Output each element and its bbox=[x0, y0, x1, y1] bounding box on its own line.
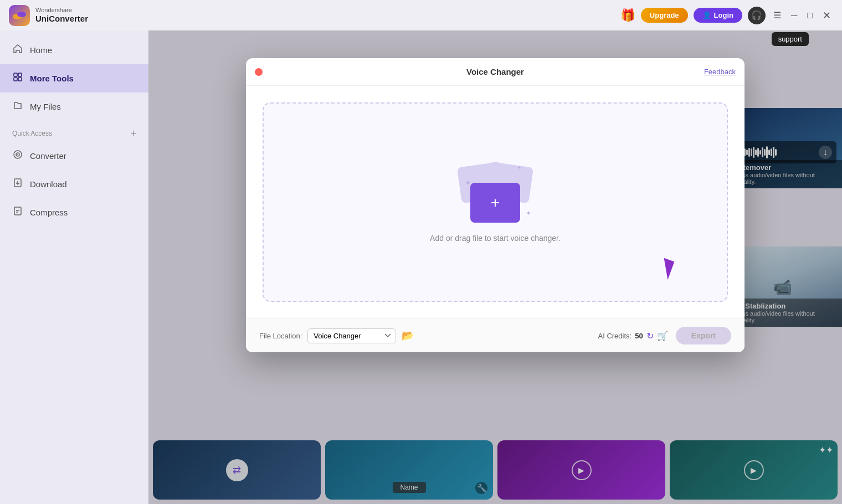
app-logo-icon bbox=[9, 5, 30, 26]
sidebar-item-more-tools[interactable]: More Tools bbox=[0, 64, 148, 92]
svg-rect-5 bbox=[18, 78, 22, 81]
titlebar: Wondershare UniConverter 🎁 Upgrade 👤 Log… bbox=[0, 0, 842, 30]
export-button: Export bbox=[676, 327, 731, 344]
support-tooltip: support bbox=[772, 32, 809, 46]
dialog-footer: File Location: Voice Changer 📂 AI Credit… bbox=[246, 318, 745, 352]
svg-point-8 bbox=[17, 154, 18, 155]
drop-zone-text: Add or drag file to start voice changer. bbox=[430, 234, 561, 243]
voice-changer-dialog: Voice Changer Feedback + ✦ ✦ ✦ bbox=[246, 58, 745, 352]
gift-icon[interactable]: 🎁 bbox=[620, 8, 635, 23]
folder-open-button[interactable]: 📂 bbox=[402, 330, 414, 342]
upgrade-button[interactable]: Upgrade bbox=[641, 8, 688, 23]
brand-name: Wondershare bbox=[35, 7, 88, 14]
minimize-button[interactable]: ─ bbox=[789, 8, 799, 23]
sparkle-icon-4: · bbox=[460, 192, 462, 198]
logo-area: Wondershare UniConverter bbox=[9, 5, 88, 26]
svg-rect-10 bbox=[14, 207, 21, 215]
sparkle-icon-3: ✦ bbox=[526, 209, 531, 217]
dialog-title: Voice Changer bbox=[466, 67, 524, 76]
file-location-area: File Location: Voice Changer 📂 bbox=[259, 328, 414, 343]
dialog-feedback-link[interactable]: Feedback bbox=[704, 68, 736, 76]
sparkle-icon-1: ✦ bbox=[465, 178, 471, 187]
drop-zone[interactable]: + ✦ ✦ ✦ · Add or drag file to start voic… bbox=[263, 102, 728, 302]
svg-rect-2 bbox=[14, 73, 17, 76]
sidebar-item-download-label: Download bbox=[30, 179, 67, 189]
titlebar-actions: 🎁 Upgrade 👤 Login 🎧 support ☰ ─ □ ✕ bbox=[620, 7, 833, 24]
ai-credits-value: 50 bbox=[635, 332, 643, 340]
dialog-header: Voice Changer Feedback bbox=[246, 58, 745, 86]
dialog-overlay: Voice Changer Feedback + ✦ ✦ ✦ bbox=[148, 30, 842, 504]
refresh-credits-icon[interactable]: ↻ bbox=[646, 331, 654, 341]
svg-rect-4 bbox=[14, 78, 17, 81]
converter-icon bbox=[12, 149, 23, 163]
dialog-close-button[interactable] bbox=[255, 68, 263, 76]
menu-button[interactable]: ☰ bbox=[771, 8, 783, 23]
maximize-button[interactable]: □ bbox=[805, 8, 815, 23]
sidebar-item-my-files[interactable]: My Files bbox=[0, 92, 148, 121]
login-button[interactable]: 👤 Login bbox=[694, 8, 742, 23]
sidebar-item-home-label: Home bbox=[30, 45, 52, 55]
folder-plus-icon: + bbox=[491, 194, 500, 212]
folder-main-icon: + bbox=[470, 183, 520, 223]
svg-rect-3 bbox=[18, 73, 22, 76]
login-label: Login bbox=[714, 11, 733, 19]
sidebar-item-converter-label: Converter bbox=[30, 151, 66, 161]
user-icon: 👤 bbox=[702, 11, 711, 19]
main-content: ↓ ise Remover mpress audio/video files w… bbox=[148, 30, 842, 504]
svg-point-1 bbox=[17, 12, 26, 17]
cursor-arrow-icon bbox=[658, 258, 675, 280]
folder-icon-cluster: + ✦ ✦ ✦ · bbox=[459, 162, 531, 223]
sidebar-item-home[interactable]: Home bbox=[0, 36, 148, 64]
cart-icon[interactable]: 🛒 bbox=[657, 331, 668, 341]
sidebar-item-my-files-label: My Files bbox=[30, 102, 61, 111]
sidebar: Home More Tools My Files Quick Access + bbox=[0, 30, 148, 504]
file-location-select[interactable]: Voice Changer bbox=[307, 328, 396, 343]
file-location-label: File Location: bbox=[259, 332, 302, 340]
sidebar-item-compress-label: Compress bbox=[30, 208, 68, 217]
download-icon bbox=[12, 177, 23, 191]
my-files-icon bbox=[12, 100, 23, 114]
footer-right-area: AI Credits: 50 ↻ 🛒 Export bbox=[598, 327, 732, 344]
ai-credits-label: AI Credits: bbox=[598, 332, 632, 340]
quick-access-label: Quick Access bbox=[12, 130, 52, 137]
dialog-body: + ✦ ✦ ✦ · Add or drag file to start voic… bbox=[246, 86, 745, 318]
support-button[interactable]: 🎧 bbox=[748, 7, 766, 24]
more-tools-icon bbox=[12, 71, 23, 85]
sidebar-item-compress[interactable]: Compress bbox=[0, 198, 148, 227]
quick-access-add-button[interactable]: + bbox=[130, 128, 136, 138]
sidebar-item-more-tools-label: More Tools bbox=[30, 74, 74, 83]
product-name: UniConverter bbox=[35, 14, 88, 24]
ai-credits-display: AI Credits: 50 ↻ 🛒 bbox=[598, 331, 668, 341]
compress-icon bbox=[12, 205, 23, 219]
sidebar-item-converter[interactable]: Converter bbox=[0, 142, 148, 170]
sparkle-icon-2: ✦ bbox=[517, 164, 521, 171]
logo-text: Wondershare UniConverter bbox=[35, 7, 88, 24]
home-icon bbox=[12, 43, 23, 57]
close-button[interactable]: ✕ bbox=[820, 7, 833, 24]
sidebar-item-download[interactable]: Download bbox=[0, 170, 148, 198]
quick-access-section: Quick Access + bbox=[0, 121, 148, 142]
